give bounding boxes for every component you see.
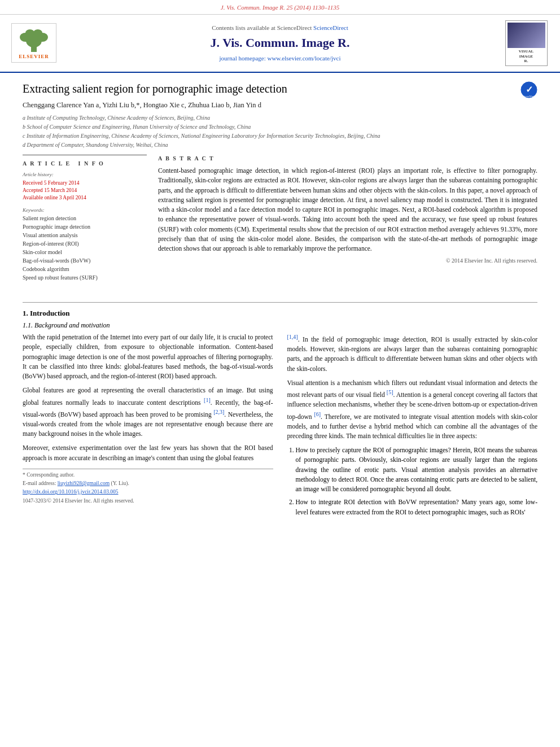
article-info-abstract: A R T I C L E I N F O Article history: R… xyxy=(23,155,537,282)
body-para-2: Global features are good at representing… xyxy=(23,386,273,439)
copyright-line: © 2014 Elsevier Inc. All rights reserved… xyxy=(158,257,537,265)
affiliations: a Institute of Computing Technology, Chi… xyxy=(23,113,537,149)
keyword-2: Pornographic image detection xyxy=(23,223,147,231)
section1-title: 1. Introduction xyxy=(23,308,537,318)
keyword-5: Skin-color model xyxy=(23,248,147,256)
body-left-col: With the rapid penetration of the Intern… xyxy=(23,333,273,522)
body-right-col: [1,4]. In the field of pornographic imag… xyxy=(287,333,538,522)
received-date: Received 5 February 2014 xyxy=(23,180,147,187)
body-para-right-1: [1,4]. In the field of pornographic imag… xyxy=(287,333,538,374)
elsevier-label: ELSEVIER xyxy=(19,53,49,60)
ref-14: [1,4] xyxy=(287,334,298,340)
article-title: Extracting salient region for pornograph… xyxy=(23,81,287,96)
article-history: Article history: Received 5 February 201… xyxy=(23,171,147,202)
footnote-email-suffix: (Y. Liu). xyxy=(111,480,129,486)
keywords-label: Keywords: xyxy=(23,207,147,214)
body-para-right-2: Visual attention is a mechanism which fi… xyxy=(287,378,538,441)
footnote-doi: http://dx.doi.org/10.1016/j.jvcir.2014.0… xyxy=(23,488,273,496)
keyword-8: Speed up robust features (SURF) xyxy=(23,274,147,282)
article-info-box: A R T I C L E I N F O Article history: R… xyxy=(23,155,147,282)
svg-point-4 xyxy=(25,29,34,36)
keywords-section: Keywords: Salient region detection Porno… xyxy=(23,207,147,282)
article-info-col: A R T I C L E I N F O Article history: R… xyxy=(23,155,147,282)
affiliation-c: c Institute of Information Engineering, … xyxy=(23,132,537,140)
body-two-col: With the rapid penetration of the Intern… xyxy=(23,333,537,522)
crossmark-icon: ✓ CrossMark xyxy=(520,81,537,98)
ref-5: [5] xyxy=(387,389,393,395)
elsevier-logo: ELSEVIER xyxy=(11,23,56,63)
article-title-area: Extracting salient region for pornograph… xyxy=(23,81,537,101)
body-para-3: Moreover, extensive experimentation over… xyxy=(23,443,273,463)
journal-title: J. Vis. Commun. Image R. xyxy=(62,34,498,52)
footnote-area: * Corresponding author. E-mail address: … xyxy=(23,469,273,505)
footnote-issn: 1047-3203/© 2014 Elsevier Inc. All right… xyxy=(23,497,273,505)
page: J. Vis. Commun. Image R. 25 (2014) 1130–… xyxy=(0,0,560,533)
abstract-label: A B S T R A C T xyxy=(158,155,537,163)
history-label: Article history: xyxy=(23,171,147,178)
keyword-3: Visual attention analysis xyxy=(23,231,147,239)
svg-point-5 xyxy=(33,29,42,36)
list-item-1: How to precisely capture the ROI of porn… xyxy=(296,445,538,494)
visual-image-logo: VISUALIMAGER. xyxy=(504,20,549,65)
footnote-email-label: E-mail address: xyxy=(23,480,56,486)
visual-image-label: VISUALIMAGER. xyxy=(508,49,545,63)
ref-23: [2,3] xyxy=(213,409,224,415)
affiliation-b: b School of Computer Science and Enginee… xyxy=(23,123,537,131)
keyword-4: Region-of-interest (ROI) xyxy=(23,240,147,248)
footnote-email-link[interactable]: liuyizhi928@gmail.com xyxy=(58,480,110,486)
top-bar: J. Vis. Commun. Image R. 25 (2014) 1130–… xyxy=(0,0,560,15)
svg-text:✓: ✓ xyxy=(526,85,533,94)
homepage-line: journal homepage: www.elsevier.com/locat… xyxy=(62,54,498,63)
contents-line: Contents lists available at ScienceDirec… xyxy=(62,24,498,32)
doi-link[interactable]: http://dx.doi.org/10.1016/j.jvcir.2014.0… xyxy=(23,489,119,495)
keyword-1: Salient region detection xyxy=(23,215,147,222)
body-para-1: With the rapid penetration of the Intern… xyxy=(23,333,273,381)
numbered-list: How to precisely capture the ROI of porn… xyxy=(296,445,538,517)
abstract-col: A B S T R A C T Content-based pornograph… xyxy=(158,155,537,282)
article-content: Extracting salient region for pornograph… xyxy=(0,73,560,294)
abstract-section: A B S T R A C T Content-based pornograph… xyxy=(158,155,537,265)
available-date: Available online 3 April 2014 xyxy=(23,194,147,202)
body-content: 1. Introduction 1.1. Background and moti… xyxy=(0,303,560,533)
footnote-email-line: E-mail address: liuyizhi928@gmail.com (Y… xyxy=(23,480,273,487)
affiliation-d: d Department of Computer, Shandong Unive… xyxy=(23,141,537,149)
sciencedirect-link[interactable]: ScienceDirect xyxy=(313,24,348,31)
footnote-corresponding: * Corresponding author. xyxy=(23,471,273,479)
visual-image-box: VISUALIMAGER. xyxy=(505,20,548,65)
elsevier-tree-icon xyxy=(14,25,54,53)
visual-image-graphic xyxy=(508,23,545,48)
accepted-date: Accepted 15 March 2014 xyxy=(23,187,147,194)
keyword-6: Bag-of-visual-words (BoVW) xyxy=(23,257,147,265)
ref-6: [6] xyxy=(314,411,321,417)
subsection1-title: 1.1. Background and motivation xyxy=(23,321,537,330)
authors-text: Chenggang Clarence Yan a, Yizhi Liu b,*,… xyxy=(23,101,261,109)
journal-center-block: Contents lists available at ScienceDirec… xyxy=(62,24,498,63)
ref-1: [1] xyxy=(204,397,211,403)
journal-header: ELSEVIER Contents lists available at Sci… xyxy=(0,15,560,72)
authors-line: Chenggang Clarence Yan a, Yizhi Liu b,*,… xyxy=(23,101,537,111)
svg-text:CrossMark: CrossMark xyxy=(523,95,536,98)
abstract-text: Content-based pornographic image detecti… xyxy=(158,166,537,254)
list-item-2: How to integrate ROI detection with BoVW… xyxy=(296,497,538,517)
keyword-7: Codebook algorithm xyxy=(23,265,147,273)
affiliation-a: a Institute of Computing Technology, Chi… xyxy=(23,113,537,122)
citation-text: J. Vis. Commun. Image R. 25 (2014) 1130–… xyxy=(221,4,340,11)
article-info-label: A R T I C L E I N F O xyxy=(23,160,147,168)
